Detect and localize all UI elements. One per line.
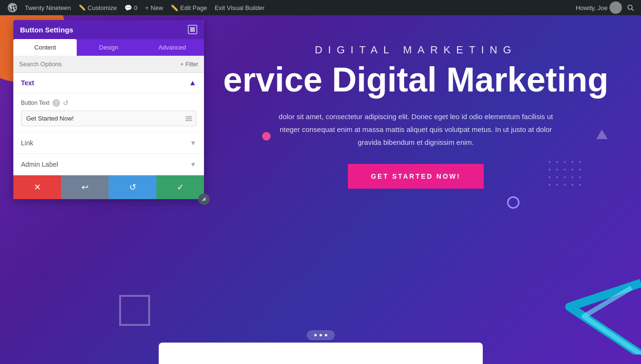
button-text-input-wrap	[21, 111, 196, 126]
avatar	[610, 1, 622, 14]
new-item[interactable]: + New	[142, 0, 167, 15]
redo-icon: ↺	[129, 182, 136, 192]
panel-title: Button Settings	[20, 26, 73, 34]
bottom-white-panel	[159, 343, 483, 364]
admin-label-section-title: Admin Label	[21, 161, 58, 168]
text-section-header[interactable]: Text ▲	[13, 73, 204, 93]
wp-logo-item[interactable]	[4, 0, 21, 15]
subtext-line3: gravida bibendum et dignissim enim.	[358, 138, 474, 146]
settings-panel: Button Settings Content Design Advanced	[13, 20, 204, 199]
tab-advanced[interactable]: Advanced	[141, 39, 204, 56]
input-settings-icon[interactable]	[185, 115, 193, 122]
three-dots-button[interactable]	[306, 330, 335, 340]
redo-button[interactable]: ↺	[109, 175, 156, 199]
filter-button[interactable]: + Filter	[180, 61, 198, 68]
comments-count: 0	[134, 4, 137, 11]
admin-label-section-header[interactable]: Admin Label ▼	[13, 154, 204, 175]
wp-logo-icon	[8, 3, 17, 12]
admin-label-chevron: ▼	[190, 161, 196, 168]
search-icon[interactable]	[624, 1, 637, 14]
button-text-label: Button Text ? ↺	[21, 99, 196, 107]
edit-page-item[interactable]: ✏️ Edit Page	[167, 0, 211, 15]
page-content: DIGITAL MARKETING ervice Digital Marketi…	[200, 44, 631, 189]
svg-rect-6	[193, 30, 194, 31]
panel-tabs: Content Design Advanced	[13, 39, 204, 56]
site-name-item[interactable]: Twenty Nineteen	[21, 0, 75, 15]
link-section-chevron: ▼	[190, 139, 196, 147]
dot-3	[325, 334, 327, 336]
link-section-title: Link	[21, 139, 33, 147]
resize-handle[interactable]	[198, 193, 210, 205]
digital-marketing-label: DIGITAL MARKETING	[200, 44, 631, 56]
text-section-chevron: ▲	[189, 79, 196, 87]
comments-icon: 💬	[124, 4, 132, 11]
panel-actions: ✕ ↩ ↺ ✓	[13, 175, 204, 199]
cta-button[interactable]: GET STARTED NOW!	[348, 164, 484, 189]
search-options-input[interactable]	[19, 61, 176, 68]
comments-item[interactable]: 💬 0	[121, 0, 141, 15]
undo-icon: ↩	[81, 182, 89, 192]
svg-point-10	[187, 116, 188, 117]
text-section-title: Text	[21, 79, 34, 87]
teal-lines	[498, 259, 641, 354]
svg-rect-3	[191, 28, 192, 29]
customize-item[interactable]: ✏️ Customize	[75, 0, 121, 15]
customize-label: Customize	[88, 4, 117, 11]
svg-point-12	[188, 120, 189, 121]
new-label: New	[151, 4, 163, 11]
deco-rect-outline2	[119, 295, 150, 326]
panel-header: Button Settings	[13, 20, 204, 39]
confirm-icon: ✓	[177, 182, 184, 192]
subtext-line2: nteger consequat enim at massa mattis al…	[280, 125, 552, 133]
edit-icon: ✏️	[171, 4, 178, 11]
site-name: Twenty Nineteen	[25, 4, 71, 11]
link-section-header[interactable]: Link ▼	[13, 132, 204, 154]
svg-line-2	[632, 9, 634, 11]
button-text-label-text: Button Text	[21, 100, 50, 106]
exit-builder-item[interactable]: Exit Visual Builder	[211, 0, 268, 15]
page-background: DIGITAL MARKETING ervice Digital Marketi…	[0, 15, 641, 364]
edit-page-label: Edit Page	[180, 4, 207, 11]
help-icon[interactable]: ?	[52, 99, 60, 107]
admin-bar: Twenty Nineteen ✏️ Customize 💬 0 + New ✏…	[0, 0, 641, 15]
plus-icon: +	[145, 4, 149, 11]
tab-design[interactable]: Design	[77, 39, 140, 56]
reset-icon[interactable]: ↺	[63, 99, 69, 107]
svg-rect-4	[193, 28, 194, 29]
cancel-button[interactable]: ✕	[13, 175, 61, 199]
svg-point-11	[190, 118, 191, 119]
dot-2	[319, 334, 322, 336]
hero-headline: ervice Digital Marketing	[200, 61, 631, 99]
deco-circle-outline	[507, 196, 519, 209]
hero-headline-text: ervice Digital Marketing	[223, 61, 608, 99]
panel-body: Text ▲ Button Text ? ↺	[13, 73, 204, 175]
panel-expand-icon[interactable]	[188, 25, 197, 34]
button-text-input[interactable]	[21, 111, 196, 126]
howdy-label: Howdy, Joe	[576, 4, 608, 11]
dot-1	[314, 334, 316, 336]
filter-label: Filter	[185, 61, 198, 68]
subtext-line1: dolor sit amet, consectetur adipiscing e…	[279, 112, 553, 121]
exit-builder-label: Exit Visual Builder	[214, 4, 265, 11]
filter-plus-icon: +	[180, 61, 183, 68]
confirm-button[interactable]: ✓	[156, 175, 204, 199]
svg-rect-5	[191, 30, 192, 31]
hero-subtext: dolor sit amet, consectetur adipiscing e…	[249, 110, 583, 149]
tab-content[interactable]: Content	[13, 39, 77, 56]
admin-bar-right: Howdy, Joe	[576, 1, 637, 14]
button-text-field: Button Text ? ↺	[13, 93, 204, 132]
panel-search-bar: + Filter	[13, 56, 204, 73]
cancel-icon: ✕	[34, 182, 41, 192]
undo-button[interactable]: ↩	[61, 175, 109, 199]
customize-icon: ✏️	[79, 4, 86, 11]
